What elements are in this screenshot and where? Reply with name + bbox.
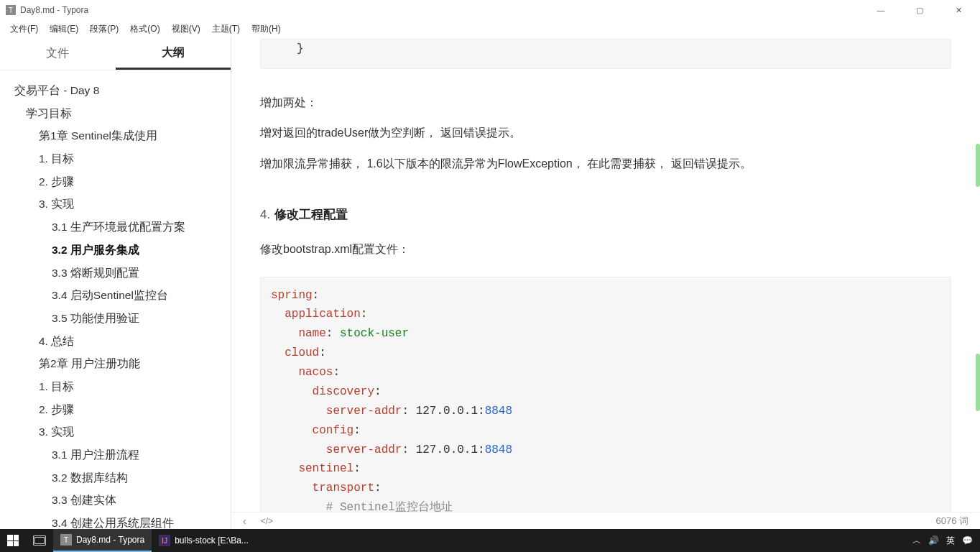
outline-item[interactable]: 第1章 Sentinel集成使用: [11, 124, 231, 147]
outline-item[interactable]: 3. 实现: [11, 193, 231, 216]
heading-number: 4.: [260, 208, 270, 221]
outline-item[interactable]: 学习目标: [11, 102, 231, 125]
menu-help[interactable]: 帮助(H): [246, 22, 287, 37]
outline-list[interactable]: 交易平台 - Day 8学习目标第1章 Sentinel集成使用1. 目标2. …: [0, 70, 231, 529]
menu-paragraph[interactable]: 段落(P): [84, 22, 124, 37]
paragraph[interactable]: 修改bootstrap.xml配置文件：: [260, 236, 951, 263]
task-view-button[interactable]: [26, 529, 53, 552]
paragraph[interactable]: 增加限流异常捕获， 1.6以下版本的限流异常为FlowException， 在此…: [260, 150, 951, 178]
menu-edit[interactable]: 编辑(E): [44, 22, 84, 37]
taskbar-typora[interactable]: T Day8.md - Typora: [53, 529, 152, 552]
outline-item[interactable]: 3.4 启动Sentinel监控台: [11, 284, 231, 307]
start-button[interactable]: [0, 529, 26, 552]
outline-item[interactable]: 1. 目标: [11, 147, 231, 170]
app-icon: T: [6, 5, 16, 15]
outline-item[interactable]: 1. 目标: [11, 375, 231, 398]
menu-bar: 文件(F) 编辑(E) 段落(P) 格式(O) 视图(V) 主题(T) 帮助(H…: [0, 20, 980, 37]
outline-item[interactable]: 3.1 生产环境最优配置方案: [11, 216, 231, 239]
tray-expand-icon[interactable]: ︿: [912, 535, 921, 547]
typora-icon: T: [60, 534, 72, 546]
maximize-button[interactable]: ▢: [907, 6, 933, 15]
close-button[interactable]: ✕: [946, 6, 971, 15]
outline-item[interactable]: 3.2 数据库结构: [11, 466, 231, 489]
outline-item[interactable]: 2. 步骤: [11, 398, 231, 421]
minimize-button[interactable]: —: [868, 6, 894, 15]
taskview-icon: [33, 535, 46, 546]
outline-item[interactable]: 3. 实现: [11, 420, 231, 443]
outline-item[interactable]: 3.1 用户注册流程: [11, 443, 231, 466]
outline-item[interactable]: 2. 步骤: [11, 170, 231, 193]
outline-item[interactable]: 3.3 创建实体: [11, 489, 231, 512]
editor-content[interactable]: } 增加两处： 增对返回的tradeUser做为空判断， 返回错误提示。 增加限…: [231, 37, 980, 529]
minimap-marker: [976, 354, 980, 411]
taskbar-idea[interactable]: IJ bulls-stock [E:\Ba...: [152, 529, 256, 552]
window-titlebar: T Day8.md - Typora — ▢ ✕: [0, 0, 980, 20]
outline-item[interactable]: 3.5 功能使用验证: [11, 307, 231, 330]
outline-item[interactable]: 3.4 创建公用系统层组件: [11, 512, 231, 529]
sidebar: 文件 大纲 交易平台 - Day 8学习目标第1章 Sentinel集成使用1.…: [0, 37, 231, 529]
taskbar-item-label: bulls-stock [E:\Ba...: [175, 535, 249, 546]
outline-item[interactable]: 3.3 熔断规则配置: [11, 262, 231, 285]
heading-4[interactable]: 4.修改工程配置: [260, 206, 951, 223]
outline-item[interactable]: 第2章 用户注册功能: [11, 352, 231, 375]
outline-item[interactable]: 3.2 用户服务集成: [11, 239, 231, 262]
minimap-marker: [976, 144, 980, 187]
intellij-icon: IJ: [159, 535, 170, 546]
yaml-code-block[interactable]: spring: application: name: stock-user cl…: [260, 277, 951, 528]
windows-taskbar: T Day8.md - Typora IJ bulls-stock [E:\Ba…: [0, 529, 980, 552]
tab-files[interactable]: 文件: [0, 37, 116, 70]
back-icon[interactable]: ‹: [243, 515, 246, 527]
taskbar-item-label: Day8.md - Typora: [76, 535, 144, 545]
outline-item[interactable]: 交易平台 - Day 8: [11, 79, 231, 102]
paragraph[interactable]: 增对返回的tradeUser做为空判断， 返回错误提示。: [260, 119, 951, 147]
source-toggle-icon[interactable]: </>: [261, 516, 273, 526]
tab-outline[interactable]: 大纲: [116, 37, 231, 70]
code-block-tail[interactable]: }: [260, 39, 951, 69]
tray-volume-icon[interactable]: 🔊: [928, 535, 939, 546]
menu-view[interactable]: 视图(V): [166, 22, 206, 37]
tray-notifications-icon[interactable]: 💬: [962, 535, 973, 546]
window-title: Day8.md - Typora: [20, 5, 868, 15]
paragraph[interactable]: 增加两处：: [260, 89, 951, 116]
menu-file[interactable]: 文件(F): [4, 22, 44, 37]
heading-text: 修改工程配置: [274, 208, 348, 221]
windows-icon: [7, 535, 19, 546]
word-count[interactable]: 6076 词: [935, 515, 969, 528]
status-bar: ‹ </> 6076 词: [231, 512, 980, 529]
tray-ime[interactable]: 英: [946, 535, 955, 547]
menu-theme[interactable]: 主题(T): [206, 22, 246, 37]
menu-format[interactable]: 格式(O): [124, 22, 165, 37]
outline-item[interactable]: 4. 总结: [11, 330, 231, 353]
